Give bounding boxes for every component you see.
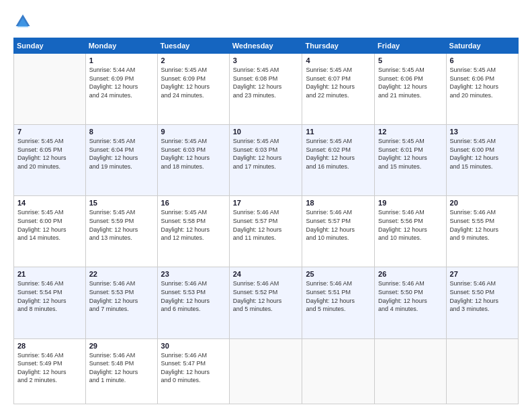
- calendar-cell: 15Sunrise: 5:45 AM Sunset: 5:59 PM Dayli…: [85, 196, 157, 267]
- day-info: Sunrise: 5:45 AM Sunset: 6:04 PM Dayligh…: [89, 137, 154, 171]
- calendar-cell: 9Sunrise: 5:45 AM Sunset: 6:03 PM Daylig…: [157, 125, 229, 196]
- calendar-cell: [375, 338, 446, 404]
- day-number: 10: [233, 128, 299, 136]
- day-number: 8: [89, 128, 154, 136]
- day-number: 24: [233, 270, 299, 278]
- calendar-cell: 13Sunrise: 5:45 AM Sunset: 6:00 PM Dayli…: [446, 125, 518, 196]
- calendar-week-row: 21Sunrise: 5:46 AM Sunset: 5:54 PM Dayli…: [14, 267, 519, 338]
- calendar-cell: 29Sunrise: 5:46 AM Sunset: 5:48 PM Dayli…: [85, 338, 157, 404]
- calendar-cell: [302, 338, 375, 404]
- day-number: 28: [17, 342, 82, 350]
- calendar-cell: 23Sunrise: 5:46 AM Sunset: 5:53 PM Dayli…: [157, 267, 229, 338]
- day-info: Sunrise: 5:44 AM Sunset: 6:09 PM Dayligh…: [89, 66, 154, 99]
- day-info: Sunrise: 5:45 AM Sunset: 6:02 PM Dayligh…: [306, 137, 371, 171]
- day-number: 11: [306, 128, 371, 136]
- day-number: 23: [161, 270, 226, 278]
- weekday-header: Sunday: [14, 38, 86, 54]
- calendar-cell: 2Sunrise: 5:45 AM Sunset: 6:09 PM Daylig…: [157, 54, 229, 125]
- calendar-cell: 14Sunrise: 5:45 AM Sunset: 6:00 PM Dayli…: [14, 196, 86, 267]
- day-number: 26: [378, 270, 442, 278]
- calendar-cell: [446, 338, 518, 404]
- day-number: 20: [450, 199, 515, 207]
- day-number: 7: [17, 128, 82, 136]
- calendar-week-row: 1Sunrise: 5:44 AM Sunset: 6:09 PM Daylig…: [14, 54, 519, 125]
- calendar-cell: 7Sunrise: 5:45 AM Sunset: 6:05 PM Daylig…: [14, 125, 86, 196]
- day-info: Sunrise: 5:46 AM Sunset: 5:51 PM Dayligh…: [306, 279, 371, 313]
- day-info: Sunrise: 5:45 AM Sunset: 6:01 PM Dayligh…: [378, 137, 442, 171]
- day-info: Sunrise: 5:45 AM Sunset: 6:06 PM Dayligh…: [378, 66, 442, 99]
- calendar-cell: 3Sunrise: 5:45 AM Sunset: 6:08 PM Daylig…: [229, 54, 302, 125]
- calendar-week-row: 7Sunrise: 5:45 AM Sunset: 6:05 PM Daylig…: [14, 125, 519, 196]
- day-info: Sunrise: 5:46 AM Sunset: 5:50 PM Dayligh…: [378, 279, 442, 313]
- calendar-cell: 11Sunrise: 5:45 AM Sunset: 6:02 PM Dayli…: [302, 125, 375, 196]
- day-info: Sunrise: 5:45 AM Sunset: 6:09 PM Dayligh…: [161, 66, 226, 99]
- day-number: 15: [89, 199, 154, 207]
- day-number: 17: [233, 199, 299, 207]
- day-number: 27: [450, 270, 515, 278]
- header: [13, 12, 519, 31]
- day-info: Sunrise: 5:46 AM Sunset: 5:56 PM Dayligh…: [378, 208, 442, 242]
- page: SundayMondayTuesdayWednesdayThursdayFrid…: [0, 0, 532, 411]
- logo: [13, 12, 35, 31]
- day-info: Sunrise: 5:46 AM Sunset: 5:54 PM Dayligh…: [17, 279, 82, 313]
- day-info: Sunrise: 5:45 AM Sunset: 6:00 PM Dayligh…: [450, 137, 515, 171]
- calendar-cell: [14, 54, 86, 125]
- day-info: Sunrise: 5:46 AM Sunset: 5:50 PM Dayligh…: [450, 279, 515, 313]
- day-number: 1: [89, 56, 154, 64]
- weekday-header: Saturday: [446, 38, 518, 54]
- day-number: 18: [306, 199, 371, 207]
- day-info: Sunrise: 5:46 AM Sunset: 5:53 PM Dayligh…: [89, 279, 154, 313]
- day-info: Sunrise: 5:46 AM Sunset: 5:47 PM Dayligh…: [161, 351, 226, 385]
- calendar-cell: 12Sunrise: 5:45 AM Sunset: 6:01 PM Dayli…: [375, 125, 446, 196]
- day-number: 3: [233, 56, 299, 64]
- day-info: Sunrise: 5:46 AM Sunset: 5:57 PM Dayligh…: [306, 208, 371, 242]
- day-number: 16: [161, 199, 226, 207]
- calendar-cell: 1Sunrise: 5:44 AM Sunset: 6:09 PM Daylig…: [85, 54, 157, 125]
- day-info: Sunrise: 5:46 AM Sunset: 5:53 PM Dayligh…: [161, 279, 226, 313]
- day-number: 13: [450, 128, 515, 136]
- weekday-header: Tuesday: [157, 38, 229, 54]
- calendar-cell: 16Sunrise: 5:45 AM Sunset: 5:58 PM Dayli…: [157, 196, 229, 267]
- calendar-cell: 28Sunrise: 5:46 AM Sunset: 5:49 PM Dayli…: [14, 338, 86, 404]
- weekday-header: Friday: [375, 38, 446, 54]
- logo-icon: [13, 12, 32, 31]
- day-number: 6: [450, 56, 515, 64]
- calendar-cell: 4Sunrise: 5:45 AM Sunset: 6:07 PM Daylig…: [302, 54, 375, 125]
- calendar-week-row: 14Sunrise: 5:45 AM Sunset: 6:00 PM Dayli…: [14, 196, 519, 267]
- calendar-cell: 26Sunrise: 5:46 AM Sunset: 5:50 PM Dayli…: [375, 267, 446, 338]
- day-info: Sunrise: 5:46 AM Sunset: 5:57 PM Dayligh…: [233, 208, 299, 242]
- weekday-header: Thursday: [302, 38, 375, 54]
- weekday-header: Monday: [85, 38, 157, 54]
- day-info: Sunrise: 5:46 AM Sunset: 5:52 PM Dayligh…: [233, 279, 299, 313]
- calendar-cell: 27Sunrise: 5:46 AM Sunset: 5:50 PM Dayli…: [446, 267, 518, 338]
- calendar-cell: 8Sunrise: 5:45 AM Sunset: 6:04 PM Daylig…: [85, 125, 157, 196]
- calendar-cell: 20Sunrise: 5:46 AM Sunset: 5:55 PM Dayli…: [446, 196, 518, 267]
- calendar-table: SundayMondayTuesdayWednesdayThursdayFrid…: [13, 38, 519, 404]
- calendar-cell: 19Sunrise: 5:46 AM Sunset: 5:56 PM Dayli…: [375, 196, 446, 267]
- day-info: Sunrise: 5:45 AM Sunset: 6:07 PM Dayligh…: [306, 66, 371, 99]
- day-number: 22: [89, 270, 154, 278]
- day-number: 14: [17, 199, 82, 207]
- calendar-cell: 24Sunrise: 5:46 AM Sunset: 5:52 PM Dayli…: [229, 267, 302, 338]
- calendar-cell: 25Sunrise: 5:46 AM Sunset: 5:51 PM Dayli…: [302, 267, 375, 338]
- weekday-header-row: SundayMondayTuesdayWednesdayThursdayFrid…: [14, 38, 519, 54]
- day-info: Sunrise: 5:46 AM Sunset: 5:48 PM Dayligh…: [89, 351, 154, 385]
- calendar-cell: 17Sunrise: 5:46 AM Sunset: 5:57 PM Dayli…: [229, 196, 302, 267]
- calendar-week-row: 28Sunrise: 5:46 AM Sunset: 5:49 PM Dayli…: [14, 338, 519, 404]
- day-number: 21: [17, 270, 82, 278]
- day-number: 2: [161, 56, 226, 64]
- calendar-cell: 10Sunrise: 5:45 AM Sunset: 6:03 PM Dayli…: [229, 125, 302, 196]
- day-number: 19: [378, 199, 442, 207]
- calendar-cell: 18Sunrise: 5:46 AM Sunset: 5:57 PM Dayli…: [302, 196, 375, 267]
- calendar-cell: 6Sunrise: 5:45 AM Sunset: 6:06 PM Daylig…: [446, 54, 518, 125]
- day-info: Sunrise: 5:46 AM Sunset: 5:49 PM Dayligh…: [17, 351, 82, 385]
- calendar-cell: [229, 338, 302, 404]
- day-info: Sunrise: 5:45 AM Sunset: 6:05 PM Dayligh…: [17, 137, 82, 171]
- day-number: 30: [161, 342, 226, 350]
- day-info: Sunrise: 5:45 AM Sunset: 6:08 PM Dayligh…: [233, 66, 299, 99]
- day-info: Sunrise: 5:45 AM Sunset: 5:58 PM Dayligh…: [161, 208, 226, 242]
- calendar-cell: 22Sunrise: 5:46 AM Sunset: 5:53 PM Dayli…: [85, 267, 157, 338]
- weekday-header: Wednesday: [229, 38, 302, 54]
- day-number: 12: [378, 128, 442, 136]
- day-number: 4: [306, 56, 371, 64]
